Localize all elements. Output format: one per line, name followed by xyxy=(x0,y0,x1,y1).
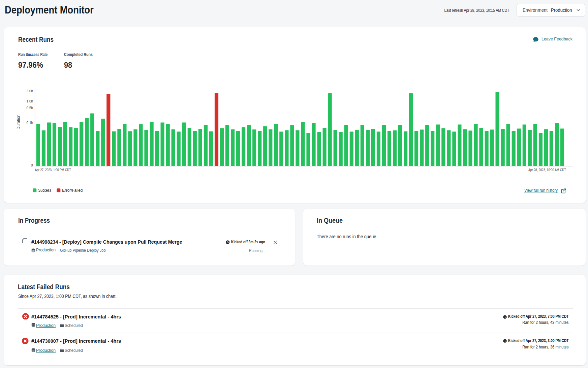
svg-text:0.5h: 0.5h xyxy=(27,106,33,110)
svg-text:Error/Failed: Error/Failed xyxy=(62,188,83,193)
svg-text:1.0h: 1.0h xyxy=(27,99,33,103)
svg-text:0: 0 xyxy=(31,163,33,167)
svg-text:Duration: Duration xyxy=(16,115,21,129)
svg-text:Apr 27, 2023, 1:00 PM CDT: Apr 27, 2023, 1:00 PM CDT xyxy=(35,168,71,172)
svg-text:Apr 28, 2023, 10:00 AM CDT: Apr 28, 2023, 10:00 AM CDT xyxy=(528,168,566,172)
svg-text:0.1h: 0.1h xyxy=(27,121,33,125)
svg-text:3.0h: 3.0h xyxy=(27,89,33,93)
svg-text:Success: Success xyxy=(38,188,52,193)
